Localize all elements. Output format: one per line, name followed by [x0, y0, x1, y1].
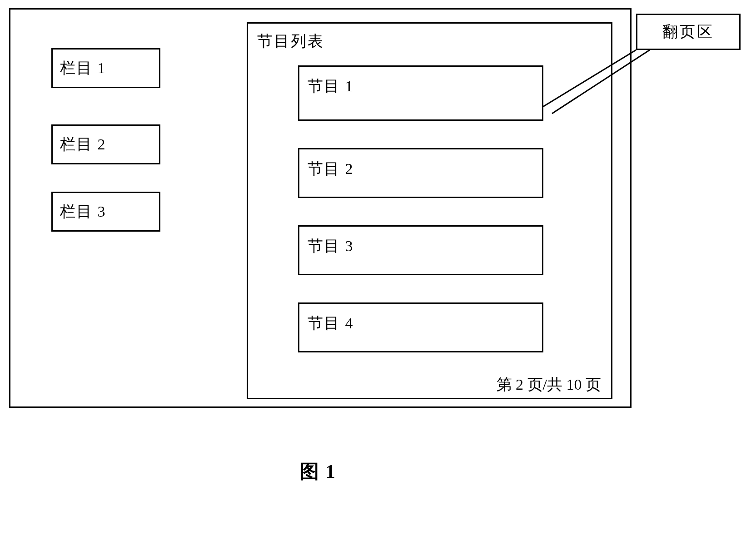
program-item-4[interactable]: 节目 4: [298, 302, 543, 352]
sidebar-item-label: 栏目 1: [60, 59, 106, 76]
sidebar-item-label: 栏目 3: [60, 203, 106, 220]
program-item-label: 节目 2: [308, 160, 354, 177]
sidebar-item-label: 栏目 2: [60, 136, 106, 153]
program-item-label: 节目 3: [308, 238, 354, 254]
program-item-1[interactable]: 节目 1: [298, 65, 543, 121]
program-item-label: 节目 1: [308, 78, 354, 94]
page-indicator: 第 2 页/共 10 页: [497, 374, 601, 395]
callout-page-turn-area: 翻页区: [636, 14, 741, 50]
panel-title: 节目列表: [248, 24, 611, 52]
figure-caption: 图 1: [0, 459, 636, 484]
sidebar-item-category-1[interactable]: 栏目 1: [51, 48, 160, 88]
program-item-label: 节目 4: [308, 315, 354, 332]
sidebar-item-category-3[interactable]: 栏目 3: [51, 192, 160, 232]
program-item-3[interactable]: 节目 3: [298, 225, 543, 275]
callout-label: 翻页区: [662, 21, 714, 42]
program-item-2[interactable]: 节目 2: [298, 148, 543, 198]
sidebar-item-category-2[interactable]: 栏目 2: [51, 124, 160, 164]
program-list-panel: 节目列表 节目 1 节目 2 节目 3 节目 4 第 2 页/共 10 页: [247, 22, 612, 399]
main-frame: 栏目 1 栏目 2 栏目 3 节目列表 节目 1 节目 2 节目 3 节目 4 …: [9, 8, 632, 408]
program-items: 节目 1 节目 2 节目 3 节目 4: [248, 52, 611, 352]
sidebar: 栏目 1 栏目 2 栏目 3: [51, 48, 160, 277]
